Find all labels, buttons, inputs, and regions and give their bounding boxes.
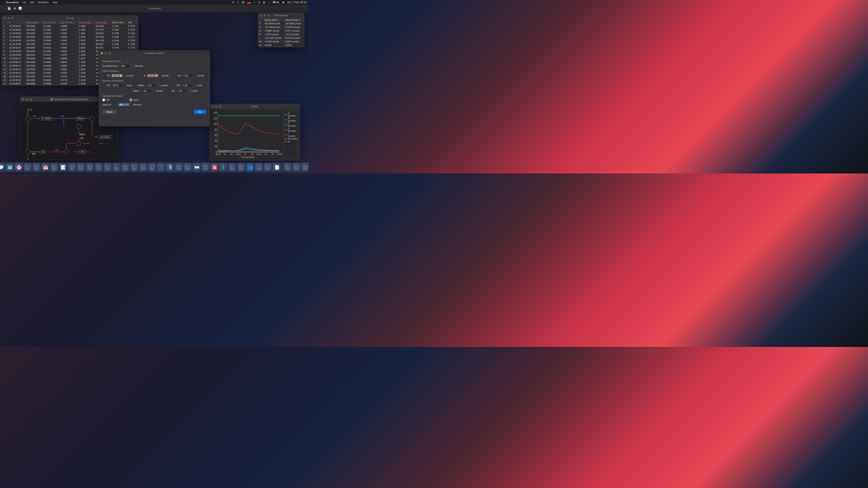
flag-icon[interactable] bbox=[247, 1, 251, 3]
table-row[interactable]: M-0.1804 nmol/s0.0872 nmol/s bbox=[258, 40, 304, 43]
dock-app8-icon[interactable]: ▢ bbox=[184, 163, 192, 171]
dock-numbers-icon[interactable]: ▢ bbox=[77, 163, 85, 171]
dock-keynote-icon[interactable]: ▢ bbox=[86, 163, 94, 171]
svg-text:140: 140 bbox=[213, 111, 217, 114]
table-row[interactable]: P150.0000 µmol/L150.0000 µmol/L bbox=[258, 22, 304, 25]
dock-app6-icon[interactable]: ▢ bbox=[140, 163, 148, 171]
toolbar-save-icon[interactable]: 💾 bbox=[7, 6, 11, 10]
dock-app5-icon[interactable]: ▢ bbox=[130, 163, 138, 171]
dock-photos-icon[interactable]: 🌸 bbox=[15, 163, 23, 171]
toolbar-new-icon[interactable]: ▫ bbox=[2, 6, 5, 10]
menu-edit[interactable]: Edit bbox=[30, 1, 34, 4]
prediction-title: ⚙ Prediction bbox=[274, 14, 287, 17]
dr-input[interactable]: ▲▼ bbox=[177, 89, 190, 93]
table-row[interactable]: 7d1 00:00:07150.000019.41924.99011.16539… bbox=[2, 46, 138, 50]
control-center-icon[interactable]: �ella bbox=[273, 1, 279, 4]
table-row[interactable]: R-18.7050 µmol/s27.9978 µmol/s bbox=[258, 25, 304, 29]
plot-titlebar[interactable]: ⚙ Plot bbox=[210, 104, 300, 109]
dock-app1-icon[interactable]: ▢ bbox=[24, 163, 32, 171]
dock-podcasts-icon[interactable]: 🎙️ bbox=[166, 163, 174, 171]
run-button[interactable]: Run bbox=[194, 110, 206, 114]
dock-terminal-icon[interactable]: ⌨️ bbox=[193, 163, 201, 171]
dock-tv-icon[interactable]: 📺 bbox=[113, 163, 121, 171]
dock-app7-icon[interactable]: ▢ bbox=[148, 163, 156, 171]
dock-bluetooth-icon[interactable]: ᛒ bbox=[220, 163, 227, 171]
g0-label: G0 bbox=[173, 74, 181, 77]
ips-box-g3: G3 (ASIA) bbox=[98, 135, 112, 139]
dock-pages-icon[interactable]: ▢ bbox=[95, 163, 103, 171]
radio-fsigt[interactable]: fsIGT bbox=[129, 98, 144, 101]
dock: 😀▢🧭🦊▢✉️▢💬🗺️🌸▢▢📅▢📝▢▢▢▢▢📺▢▢▢▢🎵🎙️▢▢⌨️▢🅰️ᛒ▢▢… bbox=[0, 162, 309, 173]
starts-at-input[interactable]: ▲▼ bbox=[119, 102, 132, 107]
dock-app2-icon[interactable]: ▢ bbox=[33, 163, 41, 171]
g0-input[interactable]: ▲▼ bbox=[182, 73, 195, 78]
table-row[interactable]: S-1.9781 pmol/s1.0713 pmol/s bbox=[258, 33, 304, 36]
status-icon[interactable]: ⎋ bbox=[237, 1, 239, 4]
user-icon[interactable]: ◐ bbox=[263, 1, 265, 4]
table-row[interactable]: 1d1 00:00:01150.000019.31824.99861.16659… bbox=[2, 24, 138, 28]
siri-icon[interactable]: ◉ bbox=[282, 1, 284, 4]
menu-help[interactable]: Help bbox=[53, 1, 57, 4]
dock-app3-icon[interactable]: ▢ bbox=[104, 163, 112, 171]
svg-text:40: 40 bbox=[215, 139, 217, 142]
dock-tvapp-icon[interactable]: ▢ bbox=[175, 163, 183, 171]
dock-reminders-icon[interactable]: ▢ bbox=[51, 163, 59, 171]
ge-unit: s/mol bbox=[126, 84, 132, 87]
dock-app14-icon[interactable]: ▢ bbox=[284, 163, 292, 171]
dock-music-icon[interactable]: 🎵 bbox=[157, 163, 165, 171]
legend-item: I (pmol/L) bbox=[284, 133, 297, 137]
table-row[interactable]: G-2.8980 mmol/L4.3377 mmol/L bbox=[258, 29, 304, 33]
prediction-titlebar[interactable]: ⚙ Prediction bbox=[258, 13, 304, 18]
i0-input[interactable]: ▲▼ bbox=[148, 73, 161, 78]
log-header bbox=[2, 21, 8, 24]
status-icon[interactable]: ⟳ bbox=[232, 1, 235, 4]
i0-label: I0 bbox=[138, 74, 146, 77]
log-header: P(t) (µmol/s) bbox=[25, 21, 42, 24]
dock-notes-icon[interactable]: 📝 bbox=[59, 163, 67, 171]
search-icon[interactable]: ⌕ bbox=[268, 1, 270, 4]
dock-app16-icon[interactable]: ▢ bbox=[302, 163, 309, 171]
table-row[interactable]: 4d1 00:00:04150.000019.36884.99431.16599… bbox=[2, 35, 138, 39]
gr-input[interactable]: ▲▼ bbox=[182, 83, 195, 88]
dock-teams-icon[interactable]: 👥 bbox=[246, 163, 254, 171]
menu-simulation[interactable]: Simulation bbox=[38, 1, 49, 4]
app-name[interactable]: SimulaBeta bbox=[6, 1, 19, 4]
dock-app15-icon[interactable]: ▢ bbox=[293, 163, 301, 171]
reset-button[interactable]: Reset bbox=[102, 110, 117, 114]
log-titlebar[interactable]: ⚙ Log bbox=[2, 15, 138, 21]
dock-maps-icon[interactable]: 🗺️ bbox=[6, 163, 14, 171]
radio-off[interactable]: Off bbox=[102, 98, 117, 101]
table-row[interactable]: 2d1 00:00:02150.000019.33514.99721.16639… bbox=[2, 28, 138, 32]
dock-app10-icon[interactable]: ▢ bbox=[228, 163, 237, 171]
dock-app12-icon[interactable]: ▢ bbox=[255, 163, 263, 171]
table-row[interactable]: 5d1 00:00:05150.000019.38564.99291.16579… bbox=[2, 39, 138, 42]
dock-freeform-icon[interactable]: ▢ bbox=[68, 163, 76, 171]
dock-app13-icon[interactable]: ▢ bbox=[264, 163, 272, 171]
ge-input[interactable]: ▲▼ bbox=[112, 83, 125, 88]
toolbar-print-icon[interactable]: 🖶 bbox=[13, 6, 17, 10]
gbeta-input[interactable]: ▲▼ bbox=[146, 83, 159, 88]
dock-app4-icon[interactable]: ▢ bbox=[122, 163, 130, 171]
menu-file[interactable]: File bbox=[23, 1, 26, 4]
dock-messages-icon[interactable]: 💬 bbox=[0, 163, 5, 171]
dock-word-icon[interactable]: 📄 bbox=[273, 163, 281, 171]
dock-calendar-icon[interactable]: 📅 bbox=[41, 163, 50, 171]
simctrl-titlebar[interactable]: Simulation Control bbox=[99, 51, 210, 56]
svg-text:40: 40 bbox=[230, 153, 233, 155]
table-row[interactable]: I-116.3593 pmol/L63.0148 pmol/L bbox=[258, 36, 304, 40]
clock[interactable]: Mi. 2. Feb. 09:16 bbox=[287, 1, 306, 4]
table-row[interactable]: N-9.01924.3576 bbox=[258, 43, 304, 47]
toolbar-chart-icon[interactable]: 📊 bbox=[18, 6, 22, 10]
dock-app11-icon[interactable]: ▢ bbox=[237, 163, 245, 171]
table-row[interactable]: 6d1 00:00:06150.000019.40244.99151.16559… bbox=[2, 42, 138, 46]
ips-label-pt: P(t) bbox=[29, 109, 32, 111]
dock-appstore-icon[interactable]: 🅰️ bbox=[211, 163, 219, 171]
dock-app9-icon[interactable]: ▢ bbox=[202, 163, 210, 171]
wifi-icon[interactable]: ⊙ bbox=[258, 1, 260, 4]
sim-time-input[interactable]: ▲▼ bbox=[120, 64, 133, 68]
p0-input[interactable]: ▲▼ bbox=[112, 73, 125, 78]
status-icon[interactable]: ⏻ bbox=[242, 1, 244, 4]
dbeta-input[interactable]: ▲▼ bbox=[141, 89, 154, 93]
bluetooth-icon[interactable]: ᛒ bbox=[254, 1, 255, 4]
table-row[interactable]: 3d1 00:00:03150.000019.35194.99571.16619… bbox=[2, 32, 138, 35]
